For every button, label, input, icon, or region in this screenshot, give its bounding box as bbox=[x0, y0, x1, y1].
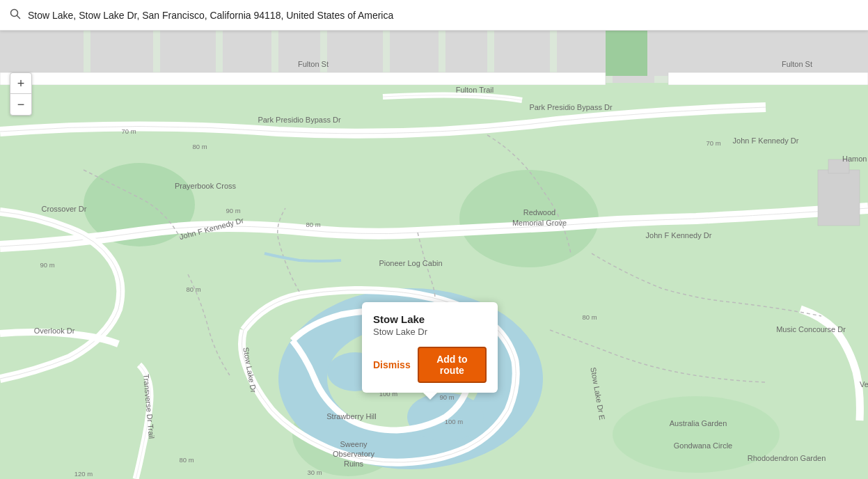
svg-text:Ruins: Ruins bbox=[344, 460, 364, 468]
svg-line-1 bbox=[17, 15, 20, 18]
svg-text:80 m: 80 m bbox=[306, 221, 320, 228]
search-bar bbox=[0, 0, 868, 31]
svg-rect-18 bbox=[0, 72, 606, 85]
svg-text:Music Concourse Dr: Music Concourse Dr bbox=[776, 325, 846, 333]
svg-rect-29 bbox=[818, 170, 860, 226]
svg-text:80 m: 80 m bbox=[582, 313, 597, 321]
svg-text:70 m: 70 m bbox=[121, 127, 136, 135]
popup-subtitle: Stow Lake Dr bbox=[373, 327, 487, 337]
svg-text:Memorial Grove: Memorial Grove bbox=[512, 219, 567, 227]
svg-text:Australia Garden: Australia Garden bbox=[670, 419, 727, 427]
svg-text:80 m: 80 m bbox=[186, 285, 200, 293]
svg-text:John F Kennedy Dr: John F Kennedy Dr bbox=[646, 231, 712, 240]
svg-text:Strawberry Hill: Strawberry Hill bbox=[326, 412, 377, 421]
svg-text:Crossover Dr: Crossover Dr bbox=[42, 205, 87, 213]
popup-title: Stow Lake bbox=[373, 313, 487, 325]
svg-text:Pioneer Log Cabin: Pioneer Log Cabin bbox=[379, 259, 442, 267]
zoom-controls: + − bbox=[10, 72, 32, 116]
zoom-in-button[interactable]: + bbox=[10, 73, 31, 94]
svg-text:100 m: 100 m bbox=[445, 418, 463, 425]
dismiss-button[interactable]: Dismiss bbox=[373, 359, 411, 370]
svg-rect-16 bbox=[647, 31, 668, 76]
svg-rect-19 bbox=[668, 72, 868, 85]
svg-text:Overlook Dr: Overlook Dr bbox=[34, 327, 75, 335]
location-popup: Stow Lake Stow Lake Dr Dismiss Add to ro… bbox=[362, 302, 498, 393]
svg-text:30 m: 30 m bbox=[307, 469, 322, 476]
svg-text:Redwood: Redwood bbox=[523, 208, 555, 217]
svg-text:Gondwana Circle: Gondwana Circle bbox=[674, 441, 732, 450]
search-input[interactable] bbox=[28, 10, 858, 21]
svg-text:Fulton St: Fulton St bbox=[782, 60, 812, 68]
svg-text:90 m: 90 m bbox=[439, 393, 454, 401]
svg-text:90 m: 90 m bbox=[40, 261, 54, 269]
popup-actions: Dismiss Add to route bbox=[373, 347, 487, 383]
svg-text:90 m: 90 m bbox=[226, 207, 240, 214]
svg-text:Fulton Trail: Fulton Trail bbox=[456, 86, 494, 94]
svg-text:70 m: 70 m bbox=[706, 139, 720, 147]
svg-rect-15 bbox=[606, 31, 647, 76]
map-container[interactable]: Fulton St Fulton St Fulton Trail Park Pr… bbox=[0, 31, 868, 479]
svg-text:Prayerbook Cross: Prayerbook Cross bbox=[175, 182, 237, 190]
svg-text:120 m: 120 m bbox=[74, 470, 93, 478]
zoom-out-button[interactable]: − bbox=[10, 94, 31, 115]
svg-text:Observatory: Observatory bbox=[333, 450, 374, 458]
svg-text:Fulton St: Fulton St bbox=[298, 60, 329, 68]
svg-text:Park Presidio Bypass Dr: Park Presidio Bypass Dr bbox=[258, 116, 341, 124]
svg-text:Hamon T: Hamon T bbox=[842, 155, 868, 163]
svg-text:Ve: Ve bbox=[860, 380, 868, 388]
svg-text:80 m: 80 m bbox=[179, 456, 194, 464]
svg-text:John F Kennedy Dr: John F Kennedy Dr bbox=[733, 136, 799, 145]
search-icon bbox=[10, 8, 21, 22]
svg-text:Park Presidio Bypass Dr: Park Presidio Bypass Dr bbox=[529, 103, 613, 111]
svg-rect-17 bbox=[668, 31, 868, 76]
add-route-button[interactable]: Add to route bbox=[418, 347, 487, 383]
svg-text:Rhododendron Garden: Rhododendron Garden bbox=[748, 454, 826, 462]
svg-text:80 m: 80 m bbox=[192, 143, 207, 150]
svg-text:Sweeny: Sweeny bbox=[340, 440, 368, 448]
